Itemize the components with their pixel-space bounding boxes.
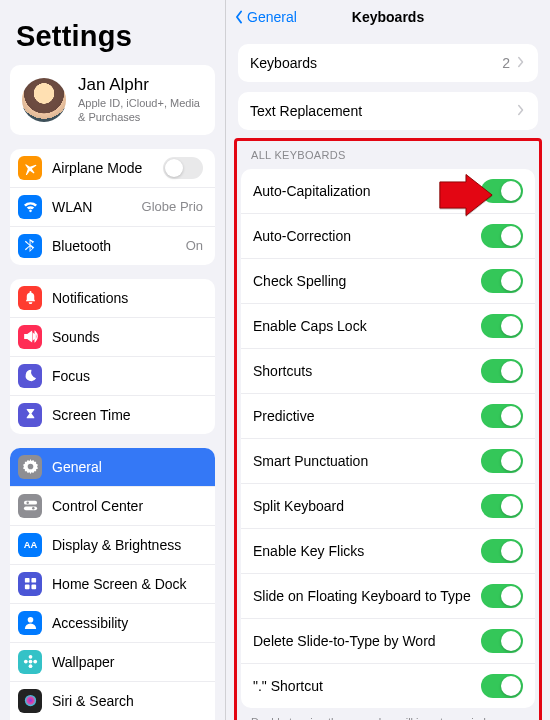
speaker-icon xyxy=(18,325,42,349)
profile-name: Jan Alphr xyxy=(78,75,203,95)
toggle-row-predictive[interactable]: Predictive xyxy=(241,393,535,438)
back-button[interactable]: General xyxy=(232,9,297,25)
toggle-label: Enable Caps Lock xyxy=(253,318,481,334)
svg-rect-6 xyxy=(31,578,36,583)
sidebar-item-display-brightness[interactable]: AADisplay & Brightness xyxy=(10,525,215,564)
back-label: General xyxy=(247,9,297,25)
toggle-label: Check Spelling xyxy=(253,273,481,289)
toggle-shortcut[interactable] xyxy=(481,674,523,698)
row-label: Sounds xyxy=(52,329,203,345)
toggle-enable-key-flicks[interactable] xyxy=(481,539,523,563)
menu-row[interactable]: Text Replacement xyxy=(238,92,538,130)
svg-point-11 xyxy=(28,655,32,659)
toggle-label: Auto-Correction xyxy=(253,228,481,244)
svg-rect-5 xyxy=(24,578,29,583)
airplane-icon xyxy=(18,156,42,180)
toggle-row-slide-on-floating-keyboard-to-type[interactable]: Slide on Floating Keyboard to Type xyxy=(241,573,535,618)
profile-sub: Apple ID, iCloud+, Media & Purchases xyxy=(78,96,203,125)
svg-point-9 xyxy=(27,617,33,623)
row-label: Control Center xyxy=(52,498,203,514)
toggle-auto-correction[interactable] xyxy=(481,224,523,248)
svg-text:AA: AA xyxy=(23,540,37,550)
page-title: Keyboards xyxy=(352,9,424,25)
menu-label: Text Replacement xyxy=(250,103,510,119)
settings-heading: Settings xyxy=(0,0,225,61)
header: General Keyboards xyxy=(226,0,550,34)
row-label: Screen Time xyxy=(52,407,203,423)
annotation-arrow xyxy=(438,174,494,220)
sidebar-item-airplane-mode[interactable]: Airplane Mode xyxy=(10,149,215,187)
sidebar-item-focus[interactable]: Focus xyxy=(10,356,215,395)
svg-point-13 xyxy=(23,660,27,664)
sidebar-item-wlan[interactable]: WLANGlobe Prio xyxy=(10,187,215,226)
sidebar-item-siri-search[interactable]: Siri & Search xyxy=(10,681,215,720)
toggle-row-enable-key-flicks[interactable]: Enable Key Flicks xyxy=(241,528,535,573)
toggle-row-delete-slide-to-type-by-word[interactable]: Delete Slide-to-Type by Word xyxy=(241,618,535,663)
toggle-row-smart-punctuation[interactable]: Smart Punctuation xyxy=(241,438,535,483)
sidebar-item-home-screen-dock[interactable]: Home Screen & Dock xyxy=(10,564,215,603)
sidebar-group-notifications: NotificationsSoundsFocusScreen Time xyxy=(10,279,215,434)
toggle-row-shortcut[interactable]: "." Shortcut xyxy=(241,663,535,708)
all-keyboards-group: Auto-CapitalizationAuto-CorrectionCheck … xyxy=(241,169,535,708)
toggle-label: Slide on Floating Keyboard to Type xyxy=(253,588,481,604)
gear-icon xyxy=(18,455,42,479)
sidebar-item-control-center[interactable]: Control Center xyxy=(10,486,215,525)
row-label: Focus xyxy=(52,368,203,384)
toggle-row-split-keyboard[interactable]: Split Keyboard xyxy=(241,483,535,528)
switches-icon xyxy=(18,494,42,518)
svg-point-14 xyxy=(33,660,37,664)
toggle-split-keyboard[interactable] xyxy=(481,494,523,518)
menu-row[interactable]: Keyboards2 xyxy=(238,44,538,82)
menu-label: Keyboards xyxy=(250,55,502,71)
menu-value: 2 xyxy=(502,55,510,71)
avatar xyxy=(22,78,66,122)
sidebar-item-wallpaper[interactable]: Wallpaper xyxy=(10,642,215,681)
main-panel: General Keyboards Keyboards2Text Replace… xyxy=(225,0,550,720)
siri-icon xyxy=(18,689,42,713)
toggle-predictive[interactable] xyxy=(481,404,523,428)
sidebar: Settings Jan Alphr Apple ID, iCloud+, Me… xyxy=(0,0,225,720)
menu-text-replacement: Text Replacement xyxy=(238,92,538,130)
toggle-delete-slide-to-type-by-word[interactable] xyxy=(481,629,523,653)
toggle-shortcuts[interactable] xyxy=(481,359,523,383)
toggle-row-enable-caps-lock[interactable]: Enable Caps Lock xyxy=(241,303,535,348)
sidebar-item-notifications[interactable]: Notifications xyxy=(10,279,215,317)
toggle-slide-on-floating-keyboard-to-type[interactable] xyxy=(481,584,523,608)
chevron-right-icon xyxy=(516,103,526,119)
grid-icon xyxy=(18,572,42,596)
svg-rect-7 xyxy=(24,585,29,590)
row-label: WLAN xyxy=(52,199,132,215)
chevron-left-icon xyxy=(232,10,246,24)
toggle-row-check-spelling[interactable]: Check Spelling xyxy=(241,258,535,303)
row-label: Bluetooth xyxy=(52,238,176,254)
row-value: On xyxy=(186,238,203,253)
toggle-label: Shortcuts xyxy=(253,363,481,379)
row-label: Siri & Search xyxy=(52,693,203,709)
row-value: Globe Prio xyxy=(142,199,203,214)
toggle-label: Enable Key Flicks xyxy=(253,543,481,559)
sidebar-group-network: Airplane ModeWLANGlobe PrioBluetoothOn xyxy=(10,149,215,265)
svg-rect-8 xyxy=(31,585,36,590)
menu-keyboards: Keyboards2 xyxy=(238,44,538,82)
sidebar-item-sounds[interactable]: Sounds xyxy=(10,317,215,356)
row-label: Home Screen & Dock xyxy=(52,576,203,592)
airplane-switch[interactable] xyxy=(163,157,203,179)
chevron-right-icon xyxy=(516,55,526,71)
profile-card[interactable]: Jan Alphr Apple ID, iCloud+, Media & Pur… xyxy=(10,65,215,135)
sidebar-item-accessibility[interactable]: Accessibility xyxy=(10,603,215,642)
row-label: Display & Brightness xyxy=(52,537,203,553)
sidebar-item-general[interactable]: General xyxy=(10,448,215,486)
sidebar-item-bluetooth[interactable]: BluetoothOn xyxy=(10,226,215,265)
svg-point-2 xyxy=(26,502,28,504)
toggle-row-shortcuts[interactable]: Shortcuts xyxy=(241,348,535,393)
toggle-check-spelling[interactable] xyxy=(481,269,523,293)
row-label: Notifications xyxy=(52,290,203,306)
svg-point-12 xyxy=(28,664,32,668)
sidebar-item-screen-time[interactable]: Screen Time xyxy=(10,395,215,434)
toggle-enable-caps-lock[interactable] xyxy=(481,314,523,338)
toggle-label: Delete Slide-to-Type by Word xyxy=(253,633,481,649)
toggle-smart-punctuation[interactable] xyxy=(481,449,523,473)
svg-rect-1 xyxy=(23,507,36,511)
row-label: General xyxy=(52,459,203,475)
toggle-label: "." Shortcut xyxy=(253,678,481,694)
